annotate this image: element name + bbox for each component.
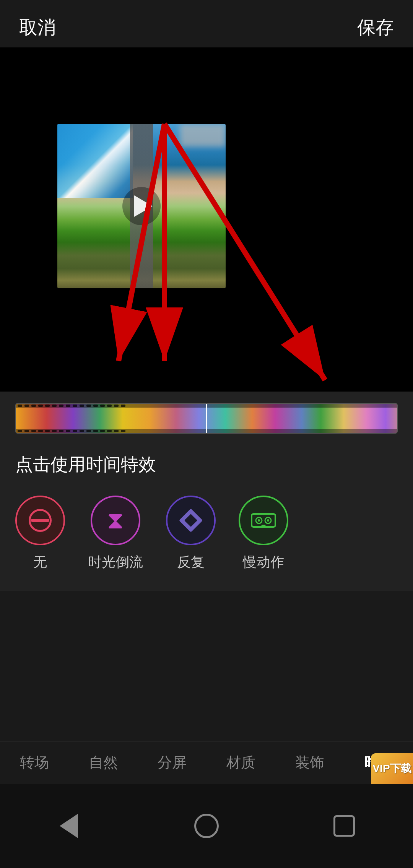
effect-slow[interactable]: 慢动作 xyxy=(239,496,288,572)
vip-badge[interactable]: VIP下载 xyxy=(371,753,413,784)
film-hole xyxy=(38,430,43,432)
blur-overlay xyxy=(180,124,226,147)
wave-overlay xyxy=(57,124,133,198)
effect-none[interactable]: 无 xyxy=(15,496,65,572)
tab-nature[interactable]: 自然 xyxy=(69,741,138,784)
tab-transition[interactable]: 转场 xyxy=(0,741,69,784)
tab-split[interactable]: 分屏 xyxy=(138,741,206,784)
effect-slow-label: 慢动作 xyxy=(243,553,284,572)
no-entry-circle xyxy=(29,509,52,532)
home-button[interactable] xyxy=(187,807,226,845)
effect-none-label: 无 xyxy=(33,553,47,572)
timeline-area xyxy=(0,392,413,441)
svg-point-4 xyxy=(258,519,260,522)
svg-point-5 xyxy=(267,519,269,522)
film-hole xyxy=(93,405,98,407)
film-hole xyxy=(100,430,105,432)
film-hole xyxy=(121,405,125,407)
nav-bar xyxy=(0,784,413,868)
film-hole xyxy=(66,430,70,432)
video-preview-area xyxy=(0,47,413,392)
film-hole xyxy=(52,430,57,432)
film-hole xyxy=(80,430,84,432)
film-hole xyxy=(121,430,125,432)
tab-decoration[interactable]: 装饰 xyxy=(275,741,344,784)
tab-bar: 转场 自然 分屏 材质 装饰 时间 xyxy=(0,741,413,784)
film-hole xyxy=(45,405,50,407)
film-hole xyxy=(107,405,112,407)
vip-text: VIP下载 xyxy=(372,761,411,776)
film-hole xyxy=(31,405,36,407)
home-icon xyxy=(194,814,219,838)
film-hole xyxy=(114,430,119,432)
film-hole xyxy=(31,430,36,432)
film-hole xyxy=(80,405,84,407)
cassette-icon xyxy=(250,511,277,530)
play-icon xyxy=(134,195,153,217)
hourglass-icon: ⧗ xyxy=(107,507,124,534)
top-bar: 取消 保存 xyxy=(0,0,413,47)
effect-repeat-label: 反复 xyxy=(177,553,205,572)
timeline-playhead[interactable] xyxy=(206,403,207,434)
effect-reverse[interactable]: ⧗ 时光倒流 xyxy=(88,496,143,572)
save-button[interactable]: 保存 xyxy=(357,15,394,40)
film-hole xyxy=(86,405,91,407)
film-hole xyxy=(93,430,98,432)
recents-button[interactable] xyxy=(325,807,363,845)
effect-reverse-circle: ⧗ xyxy=(91,496,140,545)
film-hole xyxy=(73,430,77,432)
diamond-icon xyxy=(180,510,202,531)
film-hole xyxy=(24,405,29,407)
film-hole xyxy=(73,405,77,407)
film-hole xyxy=(59,405,63,407)
film-hole xyxy=(18,430,22,432)
film-hole xyxy=(86,430,91,432)
play-button[interactable] xyxy=(122,187,161,225)
film-hole xyxy=(38,405,43,407)
effect-repeat-circle xyxy=(166,496,216,545)
video-black-bottom xyxy=(0,288,413,392)
recents-icon xyxy=(333,815,355,837)
effect-reverse-label: 时光倒流 xyxy=(88,553,143,572)
film-hole xyxy=(100,405,105,407)
no-entry-icon xyxy=(29,509,52,532)
film-hole xyxy=(18,405,22,407)
film-hole xyxy=(52,405,57,407)
instruction-text: 点击使用时间特效 xyxy=(0,441,413,484)
back-button[interactable] xyxy=(50,807,88,845)
film-hole xyxy=(66,405,70,407)
film-hole xyxy=(24,430,29,432)
back-icon xyxy=(60,814,78,838)
timeline-strip[interactable] xyxy=(15,403,398,434)
tab-material[interactable]: 材质 xyxy=(206,741,275,784)
video-frame[interactable] xyxy=(57,124,226,288)
effects-row: 无 ⧗ 时光倒流 反复 慢动作 xyxy=(0,484,413,591)
cancel-button[interactable]: 取消 xyxy=(19,15,56,40)
film-hole xyxy=(107,430,112,432)
effect-none-circle xyxy=(15,496,65,545)
effect-slow-circle xyxy=(239,496,288,545)
film-hole xyxy=(59,430,63,432)
film-hole xyxy=(45,430,50,432)
effect-repeat[interactable]: 反复 xyxy=(166,496,216,572)
film-hole xyxy=(114,405,119,407)
